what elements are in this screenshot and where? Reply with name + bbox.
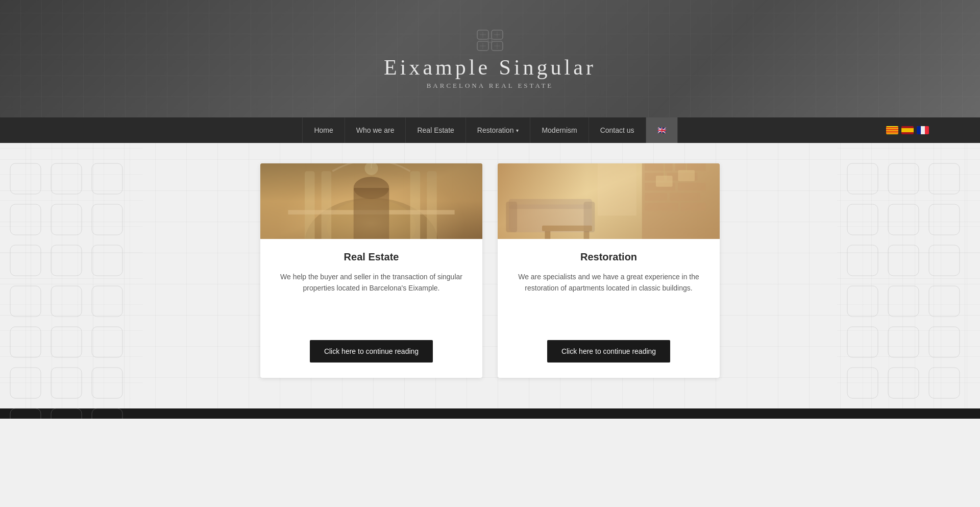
site-subtitle: Barcelona Real Estate [384, 82, 596, 90]
card-restoration-text: We are specialists and we have a great e… [512, 271, 705, 294]
svg-rect-30 [10, 245, 41, 276]
svg-rect-82 [888, 163, 919, 194]
svg-rect-80 [598, 163, 636, 215]
svg-point-47 [327, 199, 416, 239]
svg-point-46 [305, 198, 438, 239]
svg-rect-97 [888, 368, 919, 398]
svg-rect-33 [10, 286, 41, 317]
main-content: Real Estate We help the buyer and seller… [0, 143, 980, 408]
svg-rect-98 [929, 368, 960, 398]
svg-rect-86 [929, 204, 960, 235]
svg-rect-22 [917, 126, 921, 134]
svg-rect-34 [51, 286, 82, 317]
svg-rect-25 [51, 163, 82, 194]
nav-item-en[interactable]: 🇬🇧 [646, 117, 678, 143]
svg-rect-15 [886, 127, 898, 128]
nav-item-who-we-are[interactable]: Who we are [345, 117, 406, 143]
svg-rect-81 [847, 163, 878, 194]
svg-rect-96 [847, 368, 878, 398]
svg-rect-79 [678, 170, 695, 181]
svg-rect-35 [92, 286, 122, 317]
nav-item-real-estate[interactable]: Real Estate [406, 117, 465, 143]
card-real-estate-button[interactable]: Click here to continue reading [310, 340, 433, 363]
svg-rect-67 [645, 203, 678, 210]
svg-rect-87 [847, 245, 878, 276]
svg-rect-37 [51, 327, 82, 357]
flag-french[interactable] [917, 126, 929, 134]
nav-item-home[interactable]: Home [302, 117, 345, 143]
flag-catalan[interactable] [886, 126, 898, 134]
svg-rect-95 [929, 327, 960, 357]
svg-rect-48 [305, 171, 315, 239]
card-real-estate-text: We help the buyer and seller in the tran… [275, 271, 468, 294]
svg-rect-50 [410, 171, 421, 239]
card-real-estate-body: Real Estate We help the buyer and seller… [260, 239, 482, 378]
svg-rect-39 [10, 368, 41, 398]
svg-rect-65 [645, 193, 667, 201]
svg-rect-29 [92, 204, 122, 235]
svg-rect-90 [847, 286, 878, 317]
svg-rect-62 [667, 173, 698, 181]
site-logo [475, 28, 505, 53]
svg-rect-89 [929, 245, 960, 276]
svg-rect-61 [645, 173, 664, 181]
svg-rect-72 [584, 202, 595, 232]
svg-rect-26 [92, 163, 122, 194]
svg-rect-74 [545, 231, 550, 239]
svg-rect-63 [645, 183, 675, 190]
svg-rect-17 [886, 131, 898, 132]
svg-rect-43 [51, 408, 82, 419]
arch-right-decoration [837, 143, 980, 408]
nav-item-contact-us[interactable]: Contact us [589, 117, 646, 143]
svg-rect-36 [10, 327, 41, 357]
svg-rect-92 [929, 286, 960, 317]
svg-rect-58 [642, 163, 720, 239]
svg-rect-45 [260, 163, 482, 239]
svg-rect-32 [92, 245, 122, 276]
card-real-estate-image [260, 163, 482, 239]
svg-rect-23 [921, 126, 925, 134]
card-restoration-title: Restoration [580, 251, 637, 263]
svg-rect-52 [288, 210, 454, 214]
svg-rect-16 [886, 129, 898, 130]
site-title: Eixample Singular [384, 55, 596, 80]
footer-bar [0, 408, 980, 419]
language-flags [886, 126, 929, 134]
svg-rect-27 [10, 204, 41, 235]
card-real-estate-title: Real Estate [344, 251, 399, 263]
svg-rect-24 [10, 163, 41, 194]
svg-rect-73 [542, 226, 592, 231]
svg-rect-59 [645, 163, 672, 171]
svg-rect-83 [929, 163, 960, 194]
svg-rect-75 [584, 231, 590, 239]
svg-rect-69 [509, 205, 592, 232]
svg-rect-68 [681, 203, 706, 210]
card-restoration-image [498, 163, 720, 239]
svg-rect-40 [51, 368, 82, 398]
svg-rect-94 [888, 327, 919, 357]
svg-rect-64 [678, 183, 705, 190]
svg-rect-53 [354, 188, 389, 239]
nav-item-modernism[interactable]: Modernism [530, 117, 589, 143]
card-real-estate: Real Estate We help the buyer and seller… [260, 163, 482, 378]
nav-item-restoration[interactable]: Restoration ▾ [466, 117, 531, 143]
svg-rect-31 [51, 245, 82, 276]
svg-point-4 [488, 38, 492, 42]
svg-rect-66 [670, 193, 700, 201]
svg-rect-41 [92, 368, 122, 398]
flag-uk-icon: 🇬🇧 [657, 126, 666, 134]
svg-rect-28 [51, 204, 82, 235]
svg-rect-77 [656, 176, 673, 187]
svg-rect-38 [92, 327, 122, 357]
card-restoration-button[interactable]: Click here to continue reading [547, 340, 670, 363]
svg-rect-60 [675, 163, 706, 171]
arch-left-decoration [0, 143, 143, 408]
flag-spanish[interactable] [901, 126, 914, 134]
svg-rect-88 [888, 245, 919, 276]
hero-header: Eixample Singular Barcelona Real Estate [0, 0, 980, 117]
svg-rect-49 [322, 171, 332, 239]
hero-content: Eixample Singular Barcelona Real Estate [384, 28, 596, 90]
svg-rect-51 [427, 171, 437, 239]
nav-items: Home Who we are Real Estate Restoration … [302, 117, 677, 143]
main-navigation: Home Who we are Real Estate Restoration … [0, 117, 980, 143]
